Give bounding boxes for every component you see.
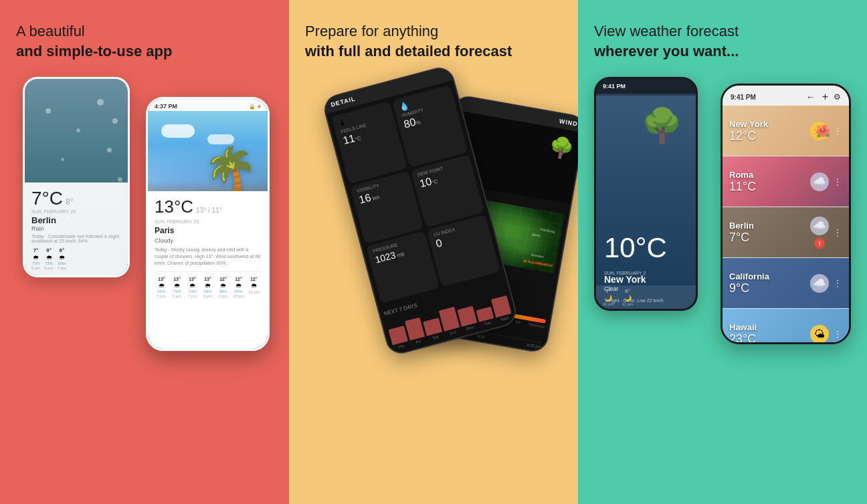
add-button[interactable]: + xyxy=(822,91,828,103)
city-list-container: New York 12°C ☀️ 🌺 ⋮ xyxy=(722,106,849,344)
newyork-flower: 🌺 xyxy=(815,124,830,138)
status-icons: 🔒 ≡ xyxy=(249,104,261,110)
middle-panel-title: Prepare for anything with full and detai… xyxy=(305,21,562,61)
right-phones-container: 9:41 PM 🌳 10°C SUN, FEBRUARY 2 New York … xyxy=(594,77,851,488)
city-item-berlin[interactable]: Berlin 7°C ☁️ ! ⋮ xyxy=(722,207,849,258)
lock-icon: 🔒 xyxy=(249,104,256,110)
pressure-card: Pressure 1023 mb xyxy=(366,231,440,304)
roma-cloud-icon: ☁️ xyxy=(810,172,829,191)
city-roma-content: Roma 11°C ☁️ ⋮ xyxy=(722,156,849,207)
phone-body: 13°C 13° / 11° SUN, FEBRUARY 23 Paris Cl… xyxy=(148,191,268,349)
city-california-text: California 9°C xyxy=(729,271,810,295)
hawaii-sun-icon: 🌤 xyxy=(810,325,829,344)
california-cloud-icon: ☁️ xyxy=(810,274,829,293)
city-item-newyork[interactable]: New York 12°C ☀️ 🌺 ⋮ xyxy=(722,106,849,156)
california-icons: ☁️ xyxy=(810,274,829,293)
city-newyork-text: New York 12°C xyxy=(729,119,810,143)
middle-phones-container: DETAIL 🌡 Feels Like 11°C 💧 Humidity 80% … xyxy=(305,77,562,488)
newyork-dots[interactable]: ⋮ xyxy=(833,126,842,136)
berlin-dots[interactable]: ⋮ xyxy=(833,227,842,238)
city-newyork-content: New York 12°C ☀️ 🌺 ⋮ xyxy=(722,106,849,156)
city-hawaii-text: Hawaii 23°C xyxy=(729,322,810,345)
visibility-card: Visibility 16 km xyxy=(350,171,423,244)
city-roma-text: Roma 11°C xyxy=(729,170,810,194)
city-item-roma[interactable]: Roma 11°C ☁️ ⋮ xyxy=(722,156,849,207)
city-item-hawaii[interactable]: Hawaii 23°C 🌤 ⋮ xyxy=(722,309,849,344)
berlin-alert-badge: ! xyxy=(814,238,825,249)
right-panel-title: View weather forecast wherever you want.… xyxy=(594,21,851,61)
city-list-status: 9:41 PM ← + ⚙ xyxy=(722,86,849,106)
city-hawaii-content: Hawaii 23°C 🌤 ⋮ xyxy=(722,309,849,344)
middle-panel: Prepare for anything with full and detai… xyxy=(289,0,578,504)
berlin-icons: ☁️ ! xyxy=(810,217,829,249)
city-berlin-text: Berlin 7°C xyxy=(729,221,810,245)
back-button[interactable]: ← xyxy=(806,92,815,102)
california-dots[interactable]: ⋮ xyxy=(833,278,842,289)
dew-point-card: Dew Point 10°C xyxy=(411,155,484,228)
roma-icons: ☁️ xyxy=(810,172,829,191)
status-right-icons: ← + ⚙ xyxy=(806,91,841,103)
left-panel-title: A beautiful and simple-to-use app xyxy=(16,21,273,61)
hawaii-dots[interactable]: ⋮ xyxy=(833,329,842,340)
menu-icon: ≡ xyxy=(258,104,261,110)
roma-dots[interactable]: ⋮ xyxy=(833,176,842,187)
city-california-content: California 9°C ☁️ ⋮ xyxy=(722,258,849,308)
left-phone-container: 7°C 8° SUN, FEBRUARY 23 Berlin Rain Toda… xyxy=(16,77,273,488)
right-panel: View weather forecast wherever you want.… xyxy=(578,0,867,504)
city-berlin-content: Berlin 7°C ☁️ ! ⋮ xyxy=(722,207,849,257)
berlin-cloud-icon: ☁️ xyxy=(810,217,829,235)
left-panel: A beautiful and simple-to-use app xyxy=(0,0,289,504)
phone-left-ny: 9:41 PM 🌳 10°C SUN, FEBRUARY 2 New York … xyxy=(594,77,698,311)
phone-front-screen: 4:37 PM 🔒 ≡ 🌴 xyxy=(148,99,268,349)
phone-front-paris: 4:37 PM 🔒 ≡ 🌴 xyxy=(146,97,270,351)
phone-back-berlin: 7°C 8° SUN, FEBRUARY 23 Berlin Rain Toda… xyxy=(23,77,130,277)
uv-card: UV Index 0 xyxy=(427,215,500,287)
city-item-california[interactable]: California 9°C ☁️ ⋮ xyxy=(722,258,849,309)
settings-icon[interactable]: ⚙ xyxy=(834,92,841,102)
phone-city-list: 9:41 PM ← + ⚙ New York 12°C xyxy=(720,84,851,344)
hawaii-icons: 🌤 xyxy=(810,325,829,344)
ny-phone-screen: 9:41 PM 🌳 10°C SUN, FEBRUARY 2 New York … xyxy=(596,79,696,309)
phone-status-bar: 4:37 PM 🔒 ≡ xyxy=(148,99,268,111)
hero-image: 🌴 xyxy=(148,111,268,191)
phone-back-info: 7°C 8° SUN, FEBRUARY 23 Berlin Rain Toda… xyxy=(25,182,128,275)
